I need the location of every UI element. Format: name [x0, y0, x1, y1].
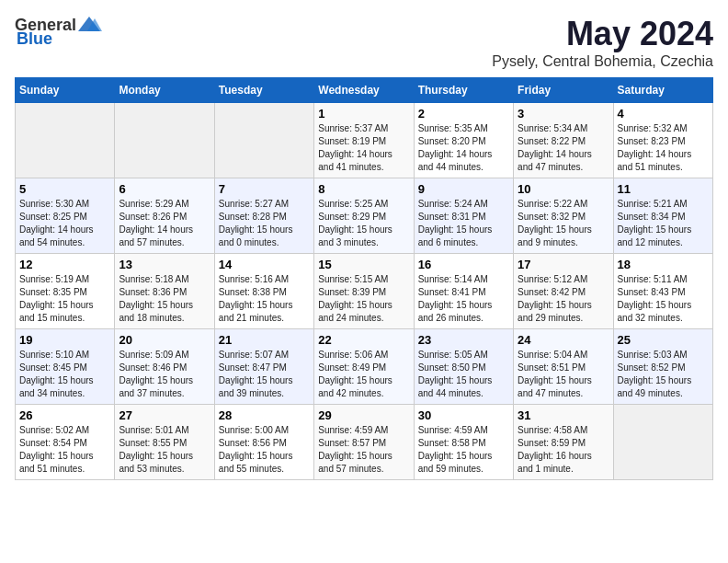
- calendar-cell: 3Sunrise: 5:34 AM Sunset: 8:22 PM Daylig…: [514, 103, 613, 178]
- calendar-cell: 26Sunrise: 5:02 AM Sunset: 8:54 PM Dayli…: [16, 405, 115, 480]
- day-number: 26: [19, 408, 110, 422]
- day-number: 19: [19, 333, 110, 347]
- calendar-cell: 31Sunrise: 4:58 AM Sunset: 8:59 PM Dayli…: [514, 405, 613, 480]
- page-header: General Blue May 2024 Pysely, Central Bo…: [15, 15, 713, 70]
- calendar-week-2: 5Sunrise: 5:30 AM Sunset: 8:25 PM Daylig…: [16, 178, 713, 254]
- day-info: Sunrise: 5:07 AM Sunset: 8:47 PM Dayligh…: [219, 349, 310, 400]
- calendar-cell: 23Sunrise: 5:05 AM Sunset: 8:50 PM Dayli…: [414, 329, 513, 405]
- day-number: 3: [518, 107, 609, 121]
- day-info: Sunrise: 5:34 AM Sunset: 8:22 PM Dayligh…: [518, 122, 609, 174]
- weekday-header-saturday: Saturday: [613, 78, 712, 103]
- title-area: May 2024 Pysely, Central Bohemia, Czechi…: [492, 15, 713, 70]
- month-title: May 2024: [492, 15, 713, 53]
- calendar-week-5: 26Sunrise: 5:02 AM Sunset: 8:54 PM Dayli…: [16, 405, 713, 480]
- calendar-cell: 12Sunrise: 5:19 AM Sunset: 8:35 PM Dayli…: [16, 254, 115, 329]
- calendar-cell: 5Sunrise: 5:30 AM Sunset: 8:25 PM Daylig…: [16, 178, 115, 254]
- calendar-cell: 9Sunrise: 5:24 AM Sunset: 8:31 PM Daylig…: [414, 178, 513, 254]
- day-number: 7: [219, 182, 310, 196]
- calendar-cell: 10Sunrise: 5:22 AM Sunset: 8:32 PM Dayli…: [514, 178, 613, 254]
- day-info: Sunrise: 5:11 AM Sunset: 8:43 PM Dayligh…: [618, 273, 709, 325]
- calendar-cell: 29Sunrise: 4:59 AM Sunset: 8:57 PM Dayli…: [314, 405, 414, 480]
- day-info: Sunrise: 5:00 AM Sunset: 8:56 PM Dayligh…: [219, 424, 310, 476]
- day-number: 2: [418, 107, 509, 121]
- weekday-header-sunday: Sunday: [16, 78, 115, 103]
- day-number: 20: [119, 333, 210, 347]
- day-number: 6: [119, 182, 210, 196]
- calendar-cell: 24Sunrise: 5:04 AM Sunset: 8:51 PM Dayli…: [514, 329, 613, 405]
- day-number: 29: [318, 408, 409, 422]
- day-number: 25: [618, 333, 709, 347]
- day-info: Sunrise: 4:58 AM Sunset: 8:59 PM Dayligh…: [518, 424, 609, 476]
- calendar-cell: [16, 103, 115, 178]
- day-number: 17: [518, 258, 609, 271]
- day-number: 5: [19, 182, 110, 196]
- calendar-cell: 18Sunrise: 5:11 AM Sunset: 8:43 PM Dayli…: [613, 254, 712, 329]
- calendar-cell: 8Sunrise: 5:25 AM Sunset: 8:29 PM Daylig…: [314, 178, 414, 254]
- day-number: 12: [19, 258, 110, 271]
- day-info: Sunrise: 5:02 AM Sunset: 8:54 PM Dayligh…: [19, 424, 110, 476]
- day-number: 28: [219, 408, 310, 422]
- calendar-cell: 25Sunrise: 5:03 AM Sunset: 8:52 PM Dayli…: [613, 329, 712, 405]
- day-info: Sunrise: 5:21 AM Sunset: 8:34 PM Dayligh…: [618, 198, 709, 249]
- calendar-cell: 16Sunrise: 5:14 AM Sunset: 8:41 PM Dayli…: [414, 254, 513, 329]
- day-info: Sunrise: 5:35 AM Sunset: 8:20 PM Dayligh…: [418, 122, 509, 174]
- calendar-cell: [613, 405, 712, 480]
- calendar-cell: 15Sunrise: 5:15 AM Sunset: 8:39 PM Dayli…: [314, 254, 414, 329]
- day-info: Sunrise: 5:24 AM Sunset: 8:31 PM Dayligh…: [418, 198, 509, 249]
- day-info: Sunrise: 5:09 AM Sunset: 8:46 PM Dayligh…: [119, 349, 210, 400]
- day-info: Sunrise: 5:25 AM Sunset: 8:29 PM Dayligh…: [318, 198, 409, 249]
- logo-icon: [76, 15, 102, 35]
- calendar-cell: 27Sunrise: 5:01 AM Sunset: 8:55 PM Dayli…: [115, 405, 214, 480]
- calendar-cell: 11Sunrise: 5:21 AM Sunset: 8:34 PM Dayli…: [613, 178, 712, 254]
- day-number: 27: [119, 408, 210, 422]
- calendar-table: SundayMondayTuesdayWednesdayThursdayFrid…: [15, 77, 713, 480]
- calendar-cell: 2Sunrise: 5:35 AM Sunset: 8:20 PM Daylig…: [414, 103, 513, 178]
- day-info: Sunrise: 5:05 AM Sunset: 8:50 PM Dayligh…: [418, 349, 509, 400]
- calendar-cell: 13Sunrise: 5:18 AM Sunset: 8:36 PM Dayli…: [115, 254, 214, 329]
- calendar-cell: 28Sunrise: 5:00 AM Sunset: 8:56 PM Dayli…: [214, 405, 313, 480]
- calendar-cell: 4Sunrise: 5:32 AM Sunset: 8:23 PM Daylig…: [613, 103, 712, 178]
- weekday-header-monday: Monday: [115, 78, 214, 103]
- day-info: Sunrise: 5:01 AM Sunset: 8:55 PM Dayligh…: [119, 424, 210, 476]
- calendar-week-3: 12Sunrise: 5:19 AM Sunset: 8:35 PM Dayli…: [16, 254, 713, 329]
- calendar-cell: 14Sunrise: 5:16 AM Sunset: 8:38 PM Dayli…: [214, 254, 313, 329]
- calendar-cell: 22Sunrise: 5:06 AM Sunset: 8:49 PM Dayli…: [314, 329, 414, 405]
- day-number: 22: [318, 333, 409, 347]
- calendar-cell: 21Sunrise: 5:07 AM Sunset: 8:47 PM Dayli…: [214, 329, 313, 405]
- day-info: Sunrise: 5:04 AM Sunset: 8:51 PM Dayligh…: [518, 349, 609, 400]
- weekday-header-tuesday: Tuesday: [214, 78, 313, 103]
- calendar-cell: 7Sunrise: 5:27 AM Sunset: 8:28 PM Daylig…: [214, 178, 313, 254]
- calendar-week-4: 19Sunrise: 5:10 AM Sunset: 8:45 PM Dayli…: [16, 329, 713, 405]
- day-number: 1: [318, 107, 409, 121]
- day-info: Sunrise: 5:30 AM Sunset: 8:25 PM Dayligh…: [19, 198, 110, 249]
- calendar-week-1: 1Sunrise: 5:37 AM Sunset: 8:19 PM Daylig…: [16, 103, 713, 178]
- day-info: Sunrise: 4:59 AM Sunset: 8:58 PM Dayligh…: [418, 424, 509, 476]
- calendar-cell: [214, 103, 313, 178]
- day-info: Sunrise: 4:59 AM Sunset: 8:57 PM Dayligh…: [318, 424, 409, 476]
- day-info: Sunrise: 5:16 AM Sunset: 8:38 PM Dayligh…: [219, 273, 310, 325]
- day-info: Sunrise: 5:12 AM Sunset: 8:42 PM Dayligh…: [518, 273, 609, 325]
- day-number: 11: [618, 182, 709, 196]
- day-number: 13: [119, 258, 210, 271]
- day-number: 21: [219, 333, 310, 347]
- location-title: Pysely, Central Bohemia, Czechia: [492, 53, 713, 70]
- day-number: 24: [518, 333, 609, 347]
- day-number: 14: [219, 258, 310, 271]
- day-info: Sunrise: 5:22 AM Sunset: 8:32 PM Dayligh…: [518, 198, 609, 249]
- day-info: Sunrise: 5:19 AM Sunset: 8:35 PM Dayligh…: [19, 273, 110, 325]
- day-info: Sunrise: 5:32 AM Sunset: 8:23 PM Dayligh…: [618, 122, 709, 174]
- day-info: Sunrise: 5:10 AM Sunset: 8:45 PM Dayligh…: [19, 349, 110, 400]
- day-number: 4: [618, 107, 709, 121]
- day-number: 30: [418, 408, 509, 422]
- calendar-cell: 6Sunrise: 5:29 AM Sunset: 8:26 PM Daylig…: [115, 178, 214, 254]
- day-number: 8: [318, 182, 409, 196]
- day-info: Sunrise: 5:18 AM Sunset: 8:36 PM Dayligh…: [119, 273, 210, 325]
- calendar-cell: 17Sunrise: 5:12 AM Sunset: 8:42 PM Dayli…: [514, 254, 613, 329]
- day-number: 18: [618, 258, 709, 271]
- day-number: 15: [318, 258, 409, 271]
- calendar-cell: 30Sunrise: 4:59 AM Sunset: 8:58 PM Dayli…: [414, 405, 513, 480]
- day-info: Sunrise: 5:14 AM Sunset: 8:41 PM Dayligh…: [418, 273, 509, 325]
- day-number: 9: [418, 182, 509, 196]
- calendar-cell: 19Sunrise: 5:10 AM Sunset: 8:45 PM Dayli…: [16, 329, 115, 405]
- day-number: 16: [418, 258, 509, 271]
